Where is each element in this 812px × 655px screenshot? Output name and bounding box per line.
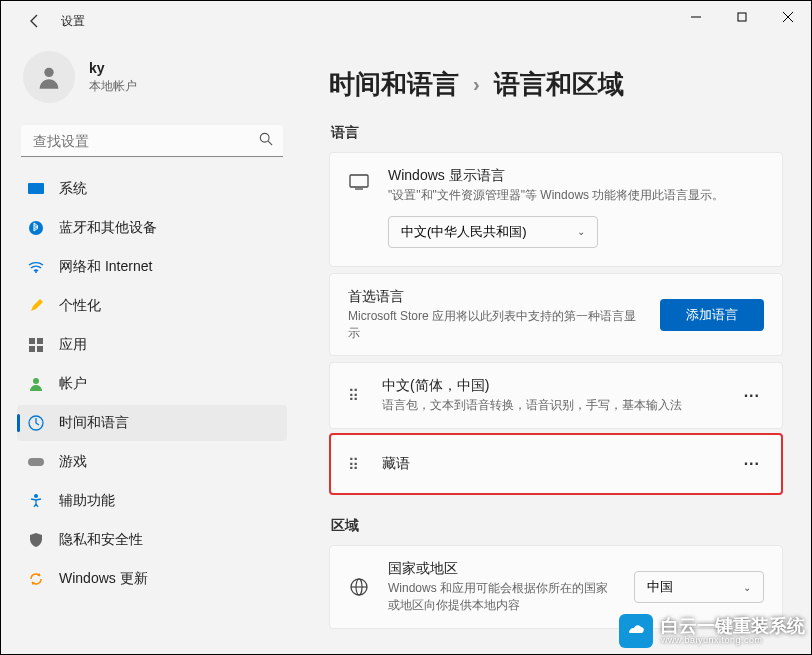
monitor-icon [348,171,370,193]
brush-icon [27,297,45,315]
sidebar-item-label: 个性化 [59,297,101,315]
accessibility-icon [27,492,45,510]
bluetooth-icon [27,219,45,237]
gamepad-icon [27,453,45,471]
preferred-title: 首选语言 [348,288,642,306]
more-options-button[interactable]: ··· [740,455,764,473]
svg-point-4 [44,68,53,77]
apps-icon [27,336,45,354]
minimize-button[interactable] [673,1,719,33]
svg-rect-11 [37,338,43,344]
svg-rect-10 [29,338,35,344]
clock-globe-icon [27,414,45,432]
svg-rect-1 [738,13,746,21]
watermark-text: 白云一键重装系统 [661,617,805,635]
svg-point-17 [34,494,38,498]
region-value: 中国 [647,578,673,596]
maximize-button[interactable] [719,1,765,33]
sidebar-item-privacy[interactable]: 隐私和安全性 [17,522,287,558]
search-icon [259,132,273,149]
breadcrumb-current: 语言和区域 [494,67,624,102]
user-profile[interactable]: ky 本地帐户 [17,41,287,121]
sidebar-item-label: 游戏 [59,453,87,471]
sidebar-item-label: 帐户 [59,375,87,393]
display-language-card: Windows 显示语言 "设置"和"文件资源管理器"等 Windows 功能将… [329,152,783,267]
svg-point-14 [33,378,39,384]
globe-icon [348,576,370,598]
watermark: 白云一键重装系统 www.baiyunxitong.com [619,614,805,648]
language-item-tibetan[interactable]: ⠿ 藏语 ··· [329,433,783,495]
avatar [23,51,75,103]
breadcrumb-parent[interactable]: 时间和语言 [329,67,459,102]
section-region-label: 区域 [331,517,783,535]
sidebar-item-apps[interactable]: 应用 [17,327,287,363]
sidebar-item-network[interactable]: 网络和 Internet [17,249,287,285]
sidebar-item-time-language[interactable]: 时间和语言 [17,405,287,441]
display-language-sub: "设置"和"文件资源管理器"等 Windows 功能将使用此语言显示。 [388,187,764,204]
display-language-dropdown[interactable]: 中文(中华人民共和国) ⌄ [388,216,598,248]
drag-handle-icon[interactable]: ⠿ [348,457,364,472]
region-dropdown[interactable]: 中国 ⌄ [634,571,764,603]
watermark-logo-icon [619,614,653,648]
svg-point-9 [35,271,37,273]
chevron-down-icon: ⌄ [743,582,751,593]
shield-icon [27,531,45,549]
wifi-icon [27,258,45,276]
close-button[interactable] [765,1,811,33]
sidebar-item-accounts[interactable]: 帐户 [17,366,287,402]
region-sub: Windows 和应用可能会根据你所在的国家或地区向你提供本地内容 [388,580,616,614]
svg-rect-12 [29,346,35,352]
svg-rect-13 [37,346,43,352]
add-language-button[interactable]: 添加语言 [660,299,764,331]
sidebar-item-label: 隐私和安全性 [59,531,143,549]
sidebar-item-label: 蓝牙和其他设备 [59,219,157,237]
display-language-value: 中文(中华人民共和国) [401,223,527,241]
svg-line-6 [268,141,272,145]
chevron-right-icon: › [473,73,480,96]
sidebar-item-label: 网络和 Internet [59,258,152,276]
update-icon [27,570,45,588]
search-field[interactable] [21,125,283,157]
svg-point-5 [260,133,269,142]
chevron-down-icon: ⌄ [577,226,585,237]
drag-handle-icon[interactable]: ⠿ [348,388,364,403]
preferred-sub: Microsoft Store 应用将以此列表中支持的第一种语言显示 [348,308,642,342]
app-title: 设置 [61,13,85,30]
language-name: 中文(简体，中国) [382,377,722,395]
sidebar-item-personalization[interactable]: 个性化 [17,288,287,324]
more-options-button[interactable]: ··· [740,387,764,405]
sidebar-item-label: 时间和语言 [59,414,129,432]
username: ky [89,60,137,76]
language-name: 藏语 [382,455,722,473]
region-title: 国家或地区 [388,560,616,578]
account-type: 本地帐户 [89,78,137,95]
sidebar-item-label: 辅助功能 [59,492,115,510]
language-features: 语言包，文本到语音转换，语音识别，手写，基本输入法 [382,397,722,414]
sidebar-item-label: 应用 [59,336,87,354]
section-language-label: 语言 [331,124,783,142]
watermark-url: www.baiyunxitong.com [661,635,805,645]
sidebar-item-label: Windows 更新 [59,570,148,588]
svg-rect-7 [28,183,44,194]
sidebar-item-update[interactable]: Windows 更新 [17,561,287,597]
search-input[interactable] [21,125,283,157]
back-button[interactable] [23,9,47,33]
sidebar-item-gaming[interactable]: 游戏 [17,444,287,480]
display-language-title: Windows 显示语言 [388,167,764,185]
breadcrumb: 时间和语言 › 语言和区域 [329,67,783,102]
sidebar-item-system[interactable]: 系统 [17,171,287,207]
sidebar-item-accessibility[interactable]: 辅助功能 [17,483,287,519]
account-icon [27,375,45,393]
preferred-language-card: 首选语言 Microsoft Store 应用将以此列表中支持的第一种语言显示 … [329,273,783,357]
system-icon [27,180,45,198]
sidebar-item-bluetooth[interactable]: 蓝牙和其他设备 [17,210,287,246]
svg-rect-18 [350,175,368,187]
language-item-chinese[interactable]: ⠿ 中文(简体，中国) 语言包，文本到语音转换，语音识别，手写，基本输入法 ··… [329,362,783,429]
sidebar-item-label: 系统 [59,180,87,198]
svg-rect-16 [28,458,44,466]
